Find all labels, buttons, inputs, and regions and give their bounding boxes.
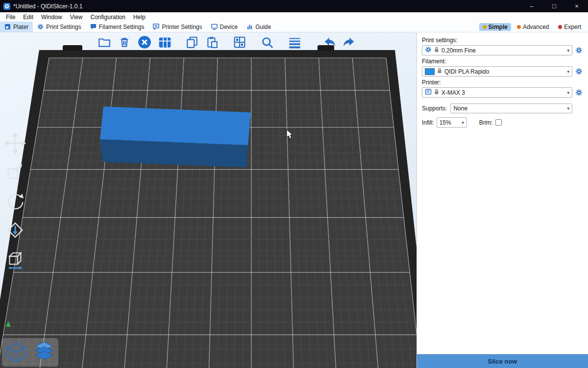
brim-checkbox[interactable] — [495, 119, 502, 126]
supports-label: Supports: — [422, 105, 447, 112]
build-plate-scene — [0, 32, 416, 368]
filament-bubble-icon — [90, 24, 97, 30]
tab-print-settings-label: Print Settings — [46, 24, 81, 30]
infill-value: 15% — [440, 119, 459, 126]
filament-value: QIDI PLA Rapido — [444, 68, 564, 75]
app-logo-icon — [3, 3, 10, 10]
menu-view[interactable]: View — [66, 14, 87, 21]
tab-filament-settings-label: Filament Settings — [99, 24, 145, 30]
mode-expert[interactable]: Expert — [555, 23, 585, 31]
model-box-top-face[interactable] — [100, 106, 251, 145]
brim-label: Brim: — [479, 119, 493, 126]
mode-expert-label: Expert — [564, 24, 581, 30]
chevron-down-icon: ▾ — [462, 120, 464, 125]
window-title: *Untitled - QIDISlicer-1.0.1 — [13, 3, 82, 10]
supports-select[interactable]: None ▾ — [450, 104, 572, 113]
chevron-down-icon: ▾ — [567, 48, 569, 53]
plate-clip — [63, 45, 82, 51]
tab-printer-settings-label: Printer Settings — [162, 24, 202, 30]
copy-button[interactable] — [184, 34, 200, 51]
tab-printer-settings[interactable]: Printer Settings — [148, 22, 206, 32]
variable-layer-height-button[interactable] — [286, 34, 303, 51]
print-settings-gear-button[interactable] — [574, 47, 583, 54]
supports-value: None — [453, 105, 564, 112]
preview-layers-button[interactable] — [31, 339, 57, 366]
lock-icon — [434, 89, 439, 96]
minimize-button[interactable]: – — [520, 0, 543, 12]
infill-select[interactable]: 15% ▾ — [437, 117, 467, 128]
filament-label: Filament: — [422, 58, 583, 65]
delete-all-button[interactable] — [136, 34, 153, 51]
chevron-down-icon: ▾ — [567, 106, 569, 111]
expert-mode-dot-icon — [558, 25, 562, 29]
mode-simple-label: Simple — [489, 24, 508, 30]
print-settings-label: Print settings: — [422, 37, 583, 44]
menu-configuration[interactable]: Configuration — [87, 14, 129, 21]
tab-guide[interactable]: Guide — [242, 22, 275, 32]
undo-button[interactable] — [321, 34, 338, 51]
printer-value: X-MAX 3 — [441, 89, 564, 96]
view-switcher — [2, 338, 58, 367]
move-button[interactable] — [4, 132, 26, 155]
simple-mode-dot-icon — [483, 25, 487, 29]
infill-label: Infill: — [422, 119, 434, 126]
print-settings-select[interactable]: 0.20mm Fine ▾ — [422, 45, 572, 55]
device-monitor-icon — [211, 24, 218, 30]
tab-filament-settings[interactable]: Filament Settings — [86, 22, 149, 32]
tab-guide-label: Guide — [255, 24, 271, 30]
mode-advanced[interactable]: Advanced — [514, 23, 552, 31]
menu-file[interactable]: File — [2, 14, 19, 21]
arrange-button[interactable] — [156, 34, 173, 51]
mode-simple[interactable]: Simple — [479, 23, 511, 31]
tab-plater[interactable]: Plater — [0, 22, 33, 32]
scale-button[interactable] — [4, 161, 26, 184]
main-area: Print settings: 0.20mm Fine ▾ Filament: — [0, 32, 588, 368]
search-button[interactable] — [259, 34, 275, 51]
rotate-button[interactable] — [4, 190, 26, 212]
window-controls: – □ × — [520, 0, 588, 12]
qidislicer-window: *Untitled - QIDISlicer-1.0.1 – □ × File … — [0, 0, 588, 368]
printer-label: Printer: — [422, 79, 583, 86]
print-settings-value: 0.20mm Fine — [441, 47, 564, 54]
3d-editor-view-button[interactable] — [3, 339, 29, 366]
paste-button[interactable] — [204, 34, 220, 51]
split-objects-button[interactable] — [231, 34, 248, 51]
tabbar: Plater Print Settings Filament Settings … — [0, 22, 588, 32]
printer-gear-button[interactable] — [574, 89, 583, 96]
guide-bars-icon — [246, 24, 253, 30]
cut-button[interactable] — [4, 248, 26, 270]
left-gizmo-toolbar — [4, 132, 26, 270]
plater-icon — [4, 24, 11, 30]
tab-print-settings[interactable]: Print Settings — [33, 22, 85, 32]
lock-icon — [434, 47, 439, 54]
chevron-down-icon: ▾ — [567, 90, 569, 95]
filament-color-swatch — [425, 68, 435, 75]
chevron-down-icon: ▾ — [567, 69, 569, 74]
mode-switcher: Simple Advanced Expert — [479, 22, 588, 32]
advanced-mode-dot-icon — [517, 25, 521, 29]
menu-window[interactable]: Window — [37, 14, 66, 21]
filament-select[interactable]: QIDI PLA Rapido ▾ — [422, 66, 572, 77]
mode-advanced-label: Advanced — [523, 24, 549, 30]
gear-icon — [37, 24, 44, 30]
tab-device-label: Device — [220, 24, 238, 30]
slice-now-button[interactable]: Slice now — [417, 354, 588, 368]
tab-device[interactable]: Device — [207, 22, 243, 32]
place-on-face-button[interactable] — [4, 219, 26, 241]
menubar: File Edit Window View Configuration Help — [0, 12, 588, 22]
gear-icon — [425, 46, 432, 54]
top-toolbar — [96, 34, 358, 51]
printer-select[interactable]: X-MAX 3 ▾ — [422, 87, 572, 98]
titlebar: *Untitled - QIDISlicer-1.0.1 – □ × — [0, 0, 588, 12]
3d-viewport[interactable] — [0, 32, 416, 368]
printer-bubble-icon — [153, 24, 159, 30]
open-file-button[interactable] — [96, 34, 113, 51]
menu-edit[interactable]: Edit — [19, 14, 37, 21]
settings-sidebar: Print settings: 0.20mm Fine ▾ Filament: — [416, 32, 588, 368]
redo-button[interactable] — [341, 34, 358, 51]
menu-help[interactable]: Help — [129, 14, 149, 21]
delete-button[interactable] — [116, 34, 133, 51]
close-button[interactable]: × — [565, 0, 588, 12]
filament-gear-button[interactable] — [574, 68, 583, 75]
maximize-button[interactable]: □ — [543, 0, 565, 12]
